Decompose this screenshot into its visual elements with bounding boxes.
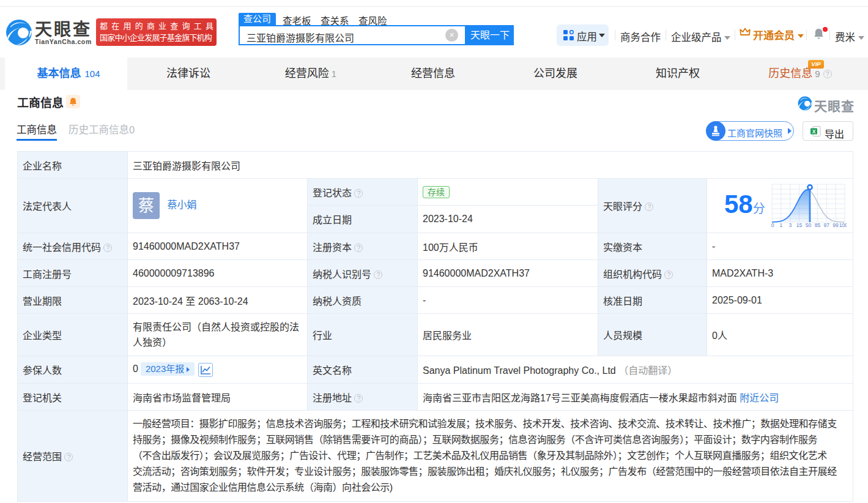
svg-text:X: X [812, 129, 816, 135]
svg-text:15: 15 [796, 222, 803, 228]
svg-text:99: 99 [833, 222, 839, 228]
svg-text:97: 97 [823, 222, 829, 228]
svg-text:0: 0 [771, 222, 774, 228]
svg-text:85: 85 [814, 222, 820, 228]
svg-text:100: 100 [839, 222, 847, 228]
svg-text:1: 1 [779, 222, 782, 228]
svg-text:50: 50 [805, 222, 811, 228]
svg-text:3: 3 [788, 222, 792, 228]
